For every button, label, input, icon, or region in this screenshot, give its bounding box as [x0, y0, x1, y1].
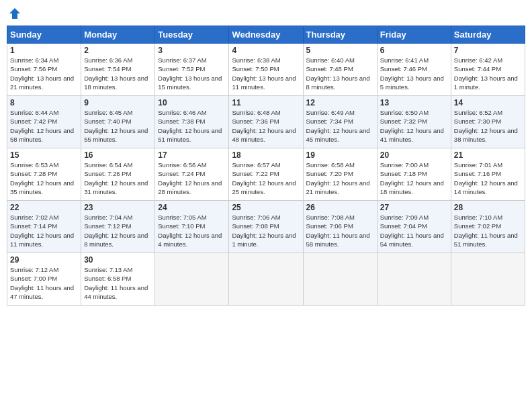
day-info: Sunrise: 6:42 AMSunset: 7:44 PMDaylight:…: [454, 56, 522, 91]
calendar-cell: 26Sunrise: 7:08 AMSunset: 7:06 PMDayligh…: [303, 201, 377, 253]
day-number: 19: [306, 150, 374, 160]
day-info: Sunrise: 6:49 AMSunset: 7:34 PMDaylight:…: [306, 108, 374, 144]
calendar-cell: 29Sunrise: 7:12 AMSunset: 7:00 PMDayligh…: [7, 253, 81, 306]
calendar-cell: 17Sunrise: 6:56 AMSunset: 7:24 PMDayligh…: [155, 148, 229, 201]
calendar-cell: [451, 253, 525, 306]
calendar-cell: 27Sunrise: 7:09 AMSunset: 7:04 PMDayligh…: [377, 201, 451, 253]
col-saturday: Saturday: [451, 26, 525, 44]
calendar-cell: 3Sunrise: 6:37 AMSunset: 7:52 PMDaylight…: [155, 44, 229, 96]
calendar-cell: [155, 253, 229, 306]
calendar-cell: 14Sunrise: 6:52 AMSunset: 7:30 PMDayligh…: [451, 96, 525, 148]
day-info: Sunrise: 7:08 AMSunset: 7:06 PMDaylight:…: [306, 213, 374, 248]
col-thursday: Thursday: [303, 26, 377, 44]
calendar-cell: 12Sunrise: 6:49 AMSunset: 7:34 PMDayligh…: [303, 96, 377, 148]
calendar-cell: [377, 253, 451, 306]
day-info: Sunrise: 6:37 AMSunset: 7:52 PMDaylight:…: [158, 56, 226, 91]
col-monday: Monday: [81, 26, 155, 44]
day-info: Sunrise: 6:38 AMSunset: 7:50 PMDaylight:…: [232, 56, 300, 91]
calendar-cell: 5Sunrise: 6:40 AMSunset: 7:48 PMDaylight…: [303, 44, 377, 96]
svg-marker-0: [9, 8, 20, 19]
page: Sunday Monday Tuesday Wednesday Thursday…: [0, 0, 532, 411]
day-number: 26: [306, 203, 374, 212]
col-tuesday: Tuesday: [155, 26, 229, 44]
day-number: 8: [10, 98, 78, 107]
day-number: 20: [380, 150, 448, 160]
day-number: 17: [158, 150, 226, 160]
header: [7, 7, 525, 20]
day-number: 16: [84, 150, 152, 160]
day-info: Sunrise: 6:56 AMSunset: 7:24 PMDaylight:…: [158, 161, 226, 196]
day-number: 5: [306, 46, 374, 55]
logo: [7, 7, 21, 20]
day-info: Sunrise: 7:05 AMSunset: 7:10 PMDaylight:…: [158, 213, 226, 248]
calendar-cell: 4Sunrise: 6:38 AMSunset: 7:50 PMDaylight…: [229, 44, 303, 96]
col-friday: Friday: [377, 26, 451, 44]
day-number: 2: [84, 46, 152, 55]
day-number: 1: [10, 46, 78, 55]
day-info: Sunrise: 6:58 AMSunset: 7:20 PMDaylight:…: [306, 161, 374, 196]
day-info: Sunrise: 7:00 AMSunset: 7:18 PMDaylight:…: [380, 161, 448, 196]
calendar-cell: 10Sunrise: 6:46 AMSunset: 7:38 PMDayligh…: [155, 96, 229, 148]
day-number: 7: [454, 46, 522, 55]
day-info: Sunrise: 6:57 AMSunset: 7:22 PMDaylight:…: [232, 161, 300, 196]
calendar-cell: [229, 253, 303, 306]
day-number: 21: [454, 150, 522, 160]
logo-icon: [8, 7, 21, 20]
day-number: 28: [454, 203, 522, 212]
day-info: Sunrise: 6:36 AMSunset: 7:54 PMDaylight:…: [84, 56, 152, 91]
day-info: Sunrise: 7:13 AMSunset: 6:58 PMDaylight:…: [84, 265, 152, 301]
calendar-cell: 22Sunrise: 7:02 AMSunset: 7:14 PMDayligh…: [7, 201, 81, 253]
calendar-cell: 28Sunrise: 7:10 AMSunset: 7:02 PMDayligh…: [451, 201, 525, 253]
calendar-cell: 11Sunrise: 6:48 AMSunset: 7:36 PMDayligh…: [229, 96, 303, 148]
day-info: Sunrise: 7:12 AMSunset: 7:00 PMDaylight:…: [10, 265, 78, 301]
calendar-cell: 16Sunrise: 6:54 AMSunset: 7:26 PMDayligh…: [81, 148, 155, 201]
calendar-cell: 6Sunrise: 6:41 AMSunset: 7:46 PMDaylight…: [377, 44, 451, 96]
day-number: 27: [380, 203, 448, 212]
day-number: 30: [84, 255, 152, 265]
calendar-cell: 13Sunrise: 6:50 AMSunset: 7:32 PMDayligh…: [377, 96, 451, 148]
calendar-cell: 20Sunrise: 7:00 AMSunset: 7:18 PMDayligh…: [377, 148, 451, 201]
day-number: 25: [232, 203, 300, 212]
day-info: Sunrise: 6:34 AMSunset: 7:56 PMDaylight:…: [10, 56, 78, 91]
calendar-cell: 8Sunrise: 6:44 AMSunset: 7:42 PMDaylight…: [7, 96, 81, 148]
day-info: Sunrise: 6:48 AMSunset: 7:36 PMDaylight:…: [232, 108, 300, 144]
day-info: Sunrise: 7:06 AMSunset: 7:08 PMDaylight:…: [232, 213, 300, 248]
calendar-cell: 1Sunrise: 6:34 AMSunset: 7:56 PMDaylight…: [7, 44, 81, 96]
day-info: Sunrise: 6:40 AMSunset: 7:48 PMDaylight:…: [306, 56, 374, 91]
day-number: 18: [232, 150, 300, 160]
day-number: 14: [454, 98, 522, 107]
day-info: Sunrise: 7:10 AMSunset: 7:02 PMDaylight:…: [454, 213, 522, 248]
day-info: Sunrise: 6:44 AMSunset: 7:42 PMDaylight:…: [10, 108, 78, 144]
calendar-cell: 18Sunrise: 6:57 AMSunset: 7:22 PMDayligh…: [229, 148, 303, 201]
calendar-cell: [303, 253, 377, 306]
calendar-cell: 21Sunrise: 7:01 AMSunset: 7:16 PMDayligh…: [451, 148, 525, 201]
day-number: 6: [380, 46, 448, 55]
day-number: 15: [10, 150, 78, 160]
calendar-cell: 15Sunrise: 6:53 AMSunset: 7:28 PMDayligh…: [7, 148, 81, 201]
calendar-cell: 19Sunrise: 6:58 AMSunset: 7:20 PMDayligh…: [303, 148, 377, 201]
calendar-cell: 7Sunrise: 6:42 AMSunset: 7:44 PMDaylight…: [451, 44, 525, 96]
calendar-cell: 23Sunrise: 7:04 AMSunset: 7:12 PMDayligh…: [81, 201, 155, 253]
day-info: Sunrise: 7:04 AMSunset: 7:12 PMDaylight:…: [84, 213, 152, 248]
col-sunday: Sunday: [7, 26, 81, 44]
calendar-cell: 25Sunrise: 7:06 AMSunset: 7:08 PMDayligh…: [229, 201, 303, 253]
day-number: 4: [232, 46, 300, 55]
calendar-cell: 9Sunrise: 6:45 AMSunset: 7:40 PMDaylight…: [81, 96, 155, 148]
day-info: Sunrise: 6:46 AMSunset: 7:38 PMDaylight:…: [158, 108, 226, 144]
day-number: 13: [380, 98, 448, 107]
day-info: Sunrise: 6:54 AMSunset: 7:26 PMDaylight:…: [84, 161, 152, 196]
day-number: 3: [158, 46, 226, 55]
day-info: Sunrise: 7:09 AMSunset: 7:04 PMDaylight:…: [380, 213, 448, 248]
day-number: 29: [10, 255, 78, 265]
day-number: 11: [232, 98, 300, 107]
day-number: 23: [84, 203, 152, 212]
day-number: 22: [10, 203, 78, 212]
calendar-cell: 24Sunrise: 7:05 AMSunset: 7:10 PMDayligh…: [155, 201, 229, 253]
day-number: 24: [158, 203, 226, 212]
day-number: 9: [84, 98, 152, 107]
day-number: 12: [306, 98, 374, 107]
calendar-cell: 30Sunrise: 7:13 AMSunset: 6:58 PMDayligh…: [81, 253, 155, 306]
day-info: Sunrise: 6:52 AMSunset: 7:30 PMDaylight:…: [454, 108, 522, 144]
day-info: Sunrise: 7:01 AMSunset: 7:16 PMDaylight:…: [454, 161, 522, 196]
day-info: Sunrise: 6:41 AMSunset: 7:46 PMDaylight:…: [380, 56, 448, 91]
